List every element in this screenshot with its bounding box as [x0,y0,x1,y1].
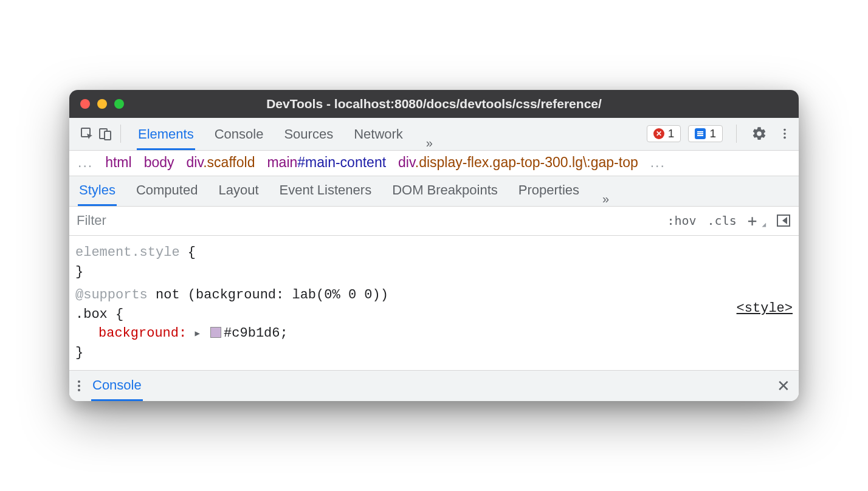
new-style-rule-button[interactable]: + [748,211,757,230]
subtab-computed[interactable]: Computed [135,176,199,206]
dom-breadcrumb: ... html body div.scaffold main#main-con… [69,151,799,176]
close-window-button[interactable] [80,99,90,109]
breadcrumb-item[interactable]: body [144,154,174,171]
main-toolbar: Elements Console Sources Network » 1 1 [69,118,799,151]
resize-grip-icon: ◢ [762,221,766,228]
toolbar-right: 1 1 [647,125,794,143]
error-icon [653,128,664,139]
tab-console[interactable]: Console [213,120,265,150]
subtab-dom-breakpoints[interactable]: DOM Breakpoints [391,176,499,206]
styles-filter-bar: :hov .cls + ◢ [69,207,799,236]
kebab-menu-icon[interactable] [776,125,794,143]
titlebar: DevTools - localhost:8080/docs/devtools/… [69,90,799,118]
more-tabs-icon[interactable]: » [422,136,436,150]
styles-pane: element.style { } <style> @supports not … [69,236,799,371]
tab-sources[interactable]: Sources [283,120,334,150]
svg-point-5 [784,137,786,139]
toolbar-separator [736,125,737,143]
window-controls [80,99,124,109]
breadcrumb-item[interactable]: html [105,154,131,171]
messages-badge[interactable]: 1 [688,125,723,142]
cls-toggle[interactable]: .cls [708,213,737,228]
subtab-layout[interactable]: Layout [217,176,260,206]
minimize-window-button[interactable] [97,99,107,109]
rule-close-brace: } [75,264,83,280]
declaration-semicolon: ; [280,326,288,341]
declaration-value[interactable]: #c9b1d6 [224,326,280,341]
message-icon [695,128,706,139]
breadcrumb-item[interactable]: div.display-flex.gap-top-300.lg\:gap-top [398,154,638,171]
subtab-styles[interactable]: Styles [78,176,117,206]
tab-elements[interactable]: Elements [137,120,195,150]
breadcrumb-item[interactable]: main#main-content [267,154,386,171]
inspect-icon[interactable] [78,125,96,143]
element-style-selector: element.style [75,245,180,260]
drawer-close-button[interactable]: ✕ [777,377,790,396]
main-tabs: Elements Console Sources Network » [137,118,436,150]
breadcrumb-ellipsis-left[interactable]: ... [78,154,93,171]
toggle-computed-panel-icon[interactable] [777,215,790,227]
rule-close-brace: } [75,345,83,360]
tab-network[interactable]: Network [353,120,404,150]
rule-selector[interactable]: .box [75,307,108,322]
drawer-tab-console[interactable]: Console [91,371,143,401]
css-rule[interactable]: <style> @supports not (background: lab(0… [75,286,793,363]
element-style-rule[interactable]: element.style { } [75,243,793,282]
declaration[interactable]: background: ▶ #c9b1d6; [75,324,793,343]
styles-filter-input[interactable] [69,208,658,233]
hov-toggle[interactable]: :hov [667,213,696,228]
svg-point-4 [784,132,786,135]
declaration-property[interactable]: background [98,326,179,341]
subtab-properties[interactable]: Properties [517,176,580,206]
devtools-window: DevTools - localhost:8080/docs/devtools/… [69,90,799,401]
settings-icon[interactable] [750,125,768,143]
window-title: DevTools - localhost:8080/docs/devtools/… [266,97,602,111]
rule-open-brace: { [115,307,123,322]
maximize-window-button[interactable] [114,99,124,109]
toolbar-separator [120,125,121,143]
at-rule-condition: not (background: lab(0% 0 0)) [156,287,388,303]
breadcrumb-ellipsis-right[interactable]: ... [650,154,666,171]
expand-shorthand-icon[interactable]: ▶ [195,328,199,340]
drawer-menu-icon[interactable] [78,380,80,391]
subtab-event-listeners[interactable]: Event Listeners [278,176,373,206]
svg-point-3 [784,129,786,131]
rule-open-brace: { [188,245,196,260]
messages-count: 1 [709,127,716,140]
at-rule-keyword: @supports [75,287,148,303]
device-toolbar-icon[interactable] [96,125,114,143]
color-swatch[interactable] [210,327,221,338]
breadcrumb-item[interactable]: div.scaffold [187,154,255,171]
styles-subtabs: Styles Computed Layout Event Listeners D… [69,176,799,207]
rule-source-link[interactable]: <style> [737,299,793,318]
console-drawer: Console ✕ [69,371,799,401]
errors-count: 1 [668,127,675,140]
styles-filter-tools: :hov .cls + ◢ [658,211,799,230]
more-subtabs-icon[interactable]: » [599,192,613,206]
svg-rect-2 [105,131,111,140]
errors-badge[interactable]: 1 [647,125,681,142]
